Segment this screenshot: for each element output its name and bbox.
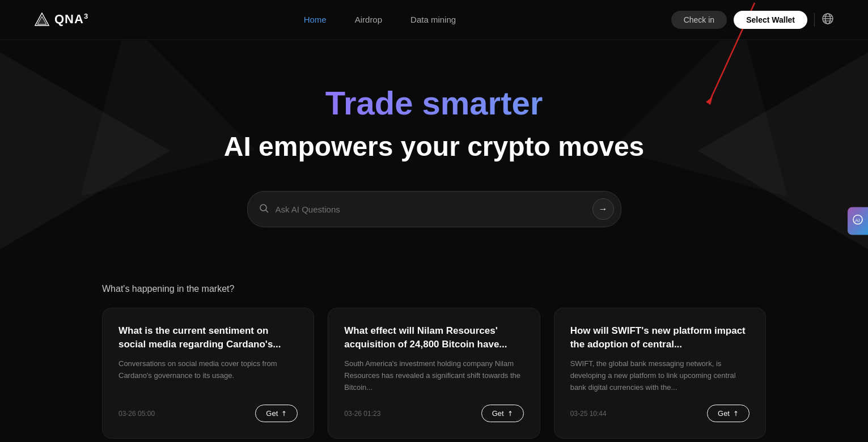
svg-text:AI: AI: [855, 218, 860, 223]
card-2-title: What effect will Nilam Resources' acquis…: [344, 324, 523, 351]
svg-marker-1: [37, 16, 46, 24]
card-2-get-button[interactable]: Get ↗: [481, 405, 524, 422]
logo[interactable]: QNA3: [34, 12, 88, 28]
card-3-date: 03-25 10:44: [570, 410, 607, 418]
hero-section: Trade smarter AI empowers your crypto mo…: [0, 40, 868, 261]
market-card-3: How will SWIFT's new platform impact the…: [554, 308, 766, 439]
market-card-2: What effect will Nilam Resources' acquis…: [328, 308, 540, 439]
card-3-description: SWIFT, the global bank messaging network…: [570, 358, 750, 393]
header-actions: Check in Select Wallet: [671, 11, 834, 29]
card-2-footer: 03-26 01:23 Get ↗: [344, 405, 523, 422]
cards-grid: What is the current sentiment on social …: [102, 308, 766, 439]
hero-title: Trade smarter: [11, 85, 857, 121]
nav-datamining[interactable]: Data mining: [410, 15, 456, 24]
nav-home[interactable]: Home: [304, 15, 327, 24]
card-1-footer: 03-26 05:00 Get ↗: [118, 405, 298, 422]
search-input[interactable]: [276, 205, 586, 214]
header: QNA3 Home Airdrop Data mining Check in S…: [0, 0, 868, 40]
card-3-get-button[interactable]: Get ↗: [707, 405, 750, 422]
search-container: →: [11, 191, 857, 227]
nav-airdrop[interactable]: Airdrop: [355, 15, 382, 24]
arrow-right-icon: →: [599, 204, 608, 214]
card-1-get-button[interactable]: Get ↗: [255, 405, 298, 422]
search-bar: →: [247, 191, 621, 227]
market-card-1: What is the current sentiment on social …: [102, 308, 314, 439]
market-title: What's happening in the market?: [102, 284, 766, 294]
language-icon[interactable]: [822, 12, 834, 27]
header-divider: [814, 13, 815, 27]
support-icon: AI: [852, 215, 863, 228]
card-2-date: 03-26 01:23: [344, 410, 380, 418]
market-section: What's happening in the market? What is …: [0, 261, 868, 442]
search-submit-button[interactable]: →: [592, 198, 614, 220]
get-arrow-icon-1: ↗: [280, 409, 289, 418]
svg-line-10: [265, 210, 268, 212]
card-3-title: How will SWIFT's new platform impact the…: [570, 324, 750, 351]
card-1-title: What is the current sentiment on social …: [118, 324, 298, 351]
card-2-description: South America's investment holding compa…: [344, 358, 523, 393]
checkin-button[interactable]: Check in: [671, 11, 727, 29]
search-icon: [259, 203, 269, 215]
logo-icon: [34, 12, 50, 28]
select-wallet-button[interactable]: Select Wallet: [734, 11, 807, 29]
logo-text: QNA3: [54, 12, 88, 27]
card-1-description: Conversations on social media cover topi…: [118, 358, 298, 393]
main-nav: Home Airdrop Data mining: [304, 15, 456, 24]
card-1-date: 03-26 05:00: [118, 410, 155, 418]
card-3-footer: 03-25 10:44 Get ↗: [570, 405, 750, 422]
get-arrow-icon-3: ↗: [731, 409, 741, 418]
floating-support-button[interactable]: AI: [848, 207, 868, 235]
hero-subtitle: AI empowers your crypto moves: [11, 130, 857, 163]
get-arrow-icon-2: ↗: [505, 409, 515, 418]
